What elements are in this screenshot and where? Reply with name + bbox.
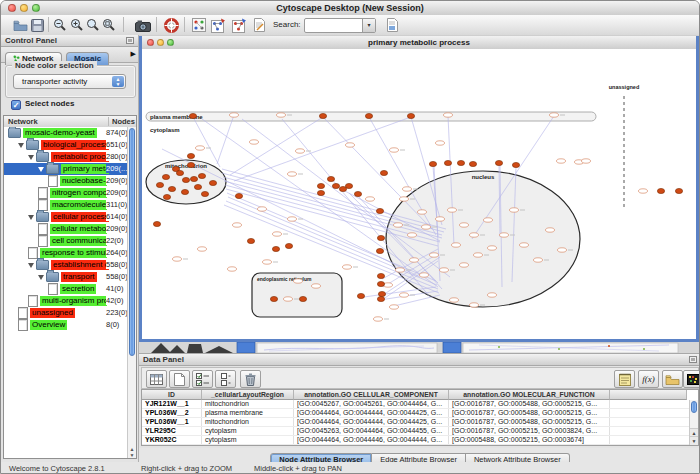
network-node[interactable] (163, 194, 170, 199)
network-node[interactable] (312, 284, 321, 288)
select-attributes-button[interactable] (192, 370, 213, 388)
network-node[interactable] (436, 141, 445, 145)
tree-row-macromolecule[interactable]: macromolecule311(0) (4, 199, 127, 211)
network-node[interactable] (422, 225, 431, 229)
network-node[interactable] (390, 148, 399, 152)
network-node[interactable] (168, 186, 175, 191)
snapshot-button[interactable] (134, 16, 152, 34)
network-node[interactable] (317, 190, 324, 195)
network-node[interactable] (284, 297, 293, 301)
network-node[interactable] (258, 207, 267, 211)
tree-row-primary-metabo[interactable]: primary metabo209(... (4, 163, 127, 175)
tree-row-establishment-of-lo[interactable]: establishment of lo558(0) (4, 259, 127, 271)
network-node[interactable] (488, 293, 497, 297)
network-node[interactable] (263, 260, 272, 264)
tree-row-nitrogen-compo[interactable]: nitrogen compo209(0) (4, 187, 127, 199)
attribute-table-button[interactable] (146, 370, 167, 388)
node-color-dropdown[interactable]: transporter activity ▲▼ (13, 74, 126, 89)
table-row[interactable]: YPL036W__2plasma membrane[GO:0044464, GO… (142, 409, 689, 418)
tree-column-nodes[interactable]: Nodes (108, 117, 135, 126)
network-node[interactable] (403, 187, 412, 191)
network-node[interactable] (448, 208, 457, 212)
network-node[interactable] (469, 161, 476, 166)
network-node[interactable] (450, 298, 459, 302)
tree-row-multi-organism-pro[interactable]: multi-organism pro42(0) (4, 295, 127, 307)
unselect-attributes-button[interactable] (215, 370, 236, 388)
network-node[interactable] (410, 258, 419, 262)
zoom-out-button[interactable] (51, 16, 69, 34)
tree-row-secretion[interactable]: secretion41(0) (4, 283, 127, 295)
network-node[interactable] (173, 257, 182, 261)
network-node[interactable] (512, 162, 519, 167)
network-node[interactable] (376, 248, 383, 253)
network-node[interactable] (380, 170, 387, 175)
function-builder-button[interactable]: f(x) (638, 370, 659, 388)
tree-row-overview[interactable]: Overview8(0) (4, 319, 127, 331)
tree-column-network[interactable]: Network (8, 117, 38, 126)
tree-row-nucleobase-[interactable]: nucleobase-209(0) (4, 175, 127, 187)
network-node[interactable] (534, 258, 543, 262)
matrix-view-button[interactable] (683, 370, 700, 388)
network-node[interactable] (187, 162, 194, 167)
network-node[interactable] (377, 273, 384, 278)
network-node[interactable] (354, 191, 361, 196)
network-node[interactable] (550, 113, 559, 117)
network-node[interactable] (294, 279, 303, 283)
network-node[interactable] (460, 223, 469, 227)
network-node[interactable] (366, 197, 375, 201)
network-node[interactable] (270, 296, 277, 301)
network-node[interactable] (444, 160, 451, 165)
search-config-button[interactable] (383, 16, 401, 34)
network-node[interactable] (230, 113, 239, 117)
network-node[interactable] (484, 218, 493, 222)
network-node[interactable] (510, 208, 519, 212)
network-node[interactable] (377, 281, 384, 286)
network-node[interactable] (247, 238, 254, 243)
network-node[interactable] (319, 113, 326, 118)
tree-scrollbar-arrows[interactable]: ▲▼ (128, 446, 136, 458)
table-row[interactable]: YKR052Ccytoplasm[GO:0044464, GO:0044446,… (142, 436, 689, 445)
network-node[interactable] (156, 182, 163, 187)
search-dropdown-button[interactable]: ▾ (362, 19, 375, 32)
expander-icon[interactable] (28, 155, 34, 160)
network-node[interactable] (296, 149, 305, 153)
network-node[interactable] (272, 246, 279, 251)
tree-row-transport[interactable]: transport558(0) (4, 271, 127, 283)
column-header[interactable]: annotation.GO MOLECULAR_FUNCTION (449, 390, 610, 400)
network-node[interactable] (639, 189, 648, 193)
network-node[interactable] (228, 267, 237, 271)
new-attribute-button[interactable] (169, 370, 190, 388)
network-node[interactable] (546, 228, 555, 232)
tree-row-cellular-metabo[interactable]: cellular metabo209(0) (4, 223, 127, 235)
float-panel-icon[interactable] (126, 37, 134, 44)
network-node[interactable] (420, 273, 429, 277)
network-node[interactable] (343, 265, 352, 269)
network-node[interactable] (495, 160, 502, 165)
tree-row-metabolic-process[interactable]: metabolic process280(0) (4, 151, 127, 163)
network-node[interactable] (408, 233, 417, 237)
network-node[interactable] (400, 293, 409, 297)
network-node[interactable] (418, 210, 427, 214)
save-session-button[interactable] (28, 16, 46, 34)
network-node[interactable] (520, 243, 529, 247)
network-node[interactable] (153, 221, 160, 226)
tree-row-mosaic-demo-yeast[interactable]: mosaic-demo-yeast874(0) (4, 127, 127, 139)
tree-row-cell-communicat[interactable]: cell communicat22(0) (4, 235, 127, 247)
help-button[interactable] (162, 16, 180, 34)
network-node[interactable] (233, 223, 242, 227)
tree-row-biological-process[interactable]: biological_process651(0) (4, 139, 127, 151)
network-node[interactable] (444, 113, 453, 117)
tree-scrollbar-thumb[interactable] (129, 128, 135, 356)
table-row[interactable]: YLR295Ccytoplasm[GO:0045263, GO:0044464,… (142, 427, 689, 436)
expander-icon[interactable] (38, 275, 44, 280)
network-node[interactable] (181, 189, 188, 194)
network-node[interactable] (675, 188, 682, 193)
tree-row-response-to-stimulu[interactable]: response to stimulu264(0) (4, 247, 127, 259)
network-node[interactable] (365, 113, 372, 118)
network-canvas[interactable]: plasma membrane cytoplasm mitochondrion … (142, 49, 696, 336)
layout-blue-button[interactable] (209, 16, 227, 34)
annotation-button[interactable] (250, 16, 268, 34)
zoom-selected-button[interactable] (100, 16, 118, 34)
network-node[interactable] (346, 143, 355, 147)
network-node[interactable] (377, 235, 384, 240)
